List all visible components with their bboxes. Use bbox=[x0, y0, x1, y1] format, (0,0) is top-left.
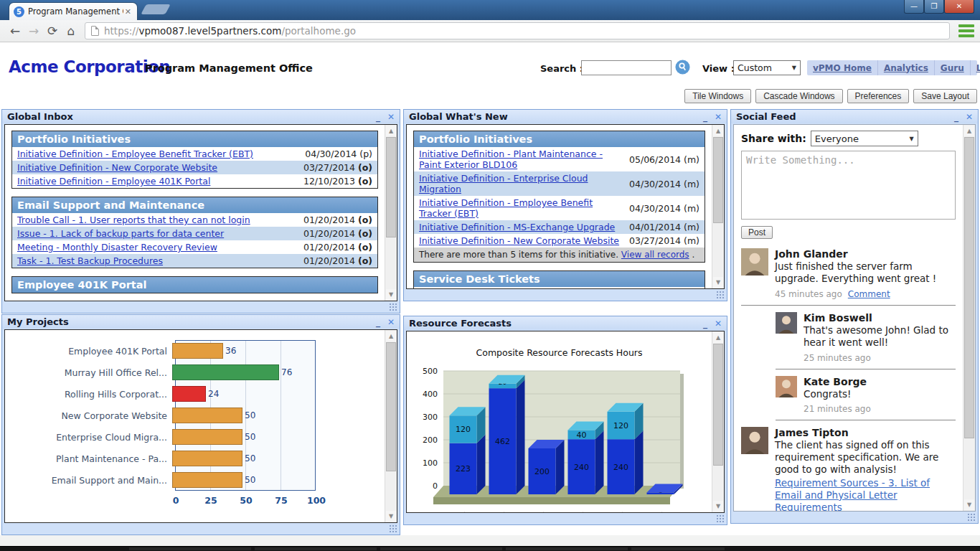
list-item: User Reports no Connectivity03/27/2014 (… bbox=[414, 287, 705, 288]
panel-close-icon[interactable]: ✕ bbox=[966, 112, 973, 122]
comment-link[interactable]: Comment bbox=[848, 289, 890, 299]
close-button[interactable]: ✕ bbox=[944, 0, 974, 14]
post-composer[interactable] bbox=[741, 151, 956, 220]
preferences-button[interactable]: Preferences bbox=[847, 89, 910, 103]
cascade-windows-button[interactable]: Cascade Windows bbox=[755, 89, 842, 103]
scrollbar[interactable]: ▲ ▼ bbox=[712, 331, 724, 512]
item-link[interactable]: Initiative Definition - New Corporate We… bbox=[17, 162, 303, 173]
panel-minimize-icon[interactable]: _ bbox=[703, 112, 707, 122]
resize-grip[interactable] bbox=[967, 513, 975, 521]
resize-grip[interactable] bbox=[389, 524, 397, 532]
scroll-thumb[interactable] bbox=[386, 342, 396, 471]
view-all-records-link[interactable]: View all records bbox=[621, 250, 689, 260]
panel-close-icon[interactable]: ✕ bbox=[387, 112, 395, 122]
scroll-up-icon[interactable]: ▲ bbox=[964, 126, 974, 136]
scrollbar[interactable]: ▲ ▼ bbox=[963, 125, 975, 511]
forward-icon[interactable]: → bbox=[24, 24, 43, 38]
scroll-down-icon[interactable]: ▼ bbox=[386, 511, 396, 522]
nav-link-logout[interactable]: Logout bbox=[971, 60, 980, 75]
section-header: Portfolio Initiatives bbox=[12, 131, 377, 147]
new-tab-button[interactable] bbox=[141, 4, 170, 14]
nav-link-analytics[interactable]: Analytics bbox=[878, 60, 935, 75]
view-select[interactable]: Custom ▼ bbox=[733, 60, 801, 75]
item-link[interactable]: Initiative Definition - New Corporate We… bbox=[419, 235, 629, 246]
panel-minimize-icon[interactable]: _ bbox=[703, 319, 707, 329]
bar[interactable] bbox=[172, 451, 242, 466]
item-link[interactable]: Initiative Definition - Employee Benefit… bbox=[419, 197, 629, 219]
panel-minimize-icon[interactable]: _ bbox=[376, 112, 380, 122]
bar-side bbox=[634, 430, 643, 494]
tile-windows-button[interactable]: Tile Windows bbox=[684, 89, 751, 103]
panel-close-icon[interactable]: ✕ bbox=[715, 319, 722, 329]
scroll-thumb[interactable] bbox=[964, 137, 974, 438]
panel-social-feed: Social Feed _ ✕ Share with: Everyone ▼ P… bbox=[730, 109, 979, 524]
panel-close-icon[interactable]: ✕ bbox=[715, 112, 722, 122]
scroll-down-icon[interactable]: ▼ bbox=[713, 277, 723, 288]
bar[interactable] bbox=[172, 429, 242, 445]
panel-minimize-icon[interactable]: _ bbox=[376, 317, 380, 327]
panel-minimize-icon[interactable]: _ bbox=[954, 112, 958, 122]
item-link[interactable]: Trouble Call - 1. User reports that they… bbox=[17, 215, 303, 225]
scrollbar[interactable]: ▲ ▼ bbox=[385, 125, 397, 301]
home-icon[interactable]: ⌂ bbox=[62, 24, 80, 38]
bar[interactable] bbox=[172, 343, 223, 359]
restore-button[interactable]: ❐ bbox=[924, 0, 944, 14]
y-tick-label: 400 bbox=[423, 390, 438, 399]
scrollbar[interactable]: ▲ ▼ bbox=[385, 330, 397, 522]
post-document-link[interactable]: Requirement Sources - 3. List of Email a… bbox=[775, 477, 956, 511]
segment-value-label: 462 bbox=[495, 437, 510, 446]
resize-grip[interactable] bbox=[716, 291, 724, 298]
back-icon[interactable]: ← bbox=[6, 24, 24, 38]
browser-menu-icon[interactable] bbox=[958, 24, 974, 37]
search-icon[interactable] bbox=[675, 60, 690, 75]
save-layout-button[interactable]: Save Layout bbox=[913, 89, 977, 103]
tab-close-icon[interactable]: ✕ bbox=[123, 7, 133, 17]
bar-side bbox=[595, 430, 603, 494]
panel-titlebar: Resource Forecasts _ ✕ bbox=[404, 316, 727, 330]
nav-link-vpmo-home[interactable]: vPMO Home bbox=[807, 60, 878, 75]
stacked-bar-chart: 01002003004005002231206/14462207/142008/… bbox=[409, 364, 710, 513]
scroll-up-icon[interactable]: ▲ bbox=[713, 126, 723, 136]
resize-grip[interactable] bbox=[389, 303, 397, 311]
scroll-thumb[interactable] bbox=[713, 137, 723, 223]
reload-icon[interactable]: ⟳ bbox=[43, 24, 62, 38]
item-link[interactable]: Issue - 1. Lack of backup parts for data… bbox=[17, 228, 303, 239]
item-link[interactable]: Task - 1. Test Backup Procedures bbox=[17, 255, 303, 266]
item-link[interactable]: Initiative Definition - Plant Maintenanc… bbox=[419, 149, 629, 170]
segment-value-label: 240 bbox=[613, 463, 628, 472]
scroll-up-icon[interactable]: ▲ bbox=[386, 126, 396, 136]
scroll-thumb[interactable] bbox=[386, 137, 396, 237]
post-button[interactable]: Post bbox=[741, 226, 773, 239]
post-author: Kate Borge bbox=[804, 376, 956, 387]
chart-row: New Corporate Website50 bbox=[5, 405, 385, 426]
bar[interactable] bbox=[172, 472, 242, 488]
scroll-down-icon[interactable]: ▼ bbox=[386, 289, 396, 300]
scroll-down-icon[interactable]: ▼ bbox=[713, 501, 723, 512]
scroll-up-icon[interactable]: ▲ bbox=[386, 331, 396, 342]
resize-grip[interactable] bbox=[716, 514, 724, 522]
more-items-note: There are more than 5 items for this ini… bbox=[414, 248, 705, 262]
item-date: 03/27/2014 (o) bbox=[303, 162, 372, 173]
item-link[interactable]: Initiative Definition - Enterprise Cloud… bbox=[419, 173, 629, 194]
panel-close-icon[interactable]: ✕ bbox=[387, 317, 395, 327]
bar[interactable] bbox=[172, 364, 279, 380]
item-link[interactable]: Initiative Definition - MS-Exchange Upgr… bbox=[419, 222, 629, 232]
scroll-down-icon[interactable]: ▼ bbox=[964, 499, 974, 510]
bar[interactable] bbox=[172, 408, 242, 423]
item-link[interactable]: Initiative Definition - Employee Benefit… bbox=[17, 149, 305, 159]
post-text: Congrats! bbox=[804, 388, 956, 400]
search-input[interactable] bbox=[581, 60, 672, 75]
address-bar[interactable]: https://vpmo087.level5partners.com/porta… bbox=[85, 22, 950, 39]
scroll-thumb[interactable] bbox=[713, 344, 723, 466]
scrollbar[interactable]: ▲ ▼ bbox=[712, 125, 724, 288]
nav-link-guru[interactable]: Guru bbox=[935, 60, 971, 75]
item-link[interactable]: Meeting - Monthly Disaster Recovery Revi… bbox=[17, 242, 303, 253]
bar[interactable] bbox=[172, 386, 206, 402]
minimize-button[interactable]: — bbox=[904, 0, 924, 14]
chart-row: Enterprise Cloud Migra...50 bbox=[5, 426, 385, 448]
scroll-up-icon[interactable]: ▲ bbox=[713, 332, 723, 343]
share-with-select[interactable]: Everyone ▼ bbox=[811, 131, 918, 146]
panel-global-whats-new: Global What's New _ ✕ Portfolio Initiati… bbox=[403, 109, 727, 301]
browser-tab[interactable]: 5 Program Management Of ✕ bbox=[9, 2, 138, 20]
item-link[interactable]: Initiative Definition - Employee 401K Po… bbox=[17, 176, 303, 187]
